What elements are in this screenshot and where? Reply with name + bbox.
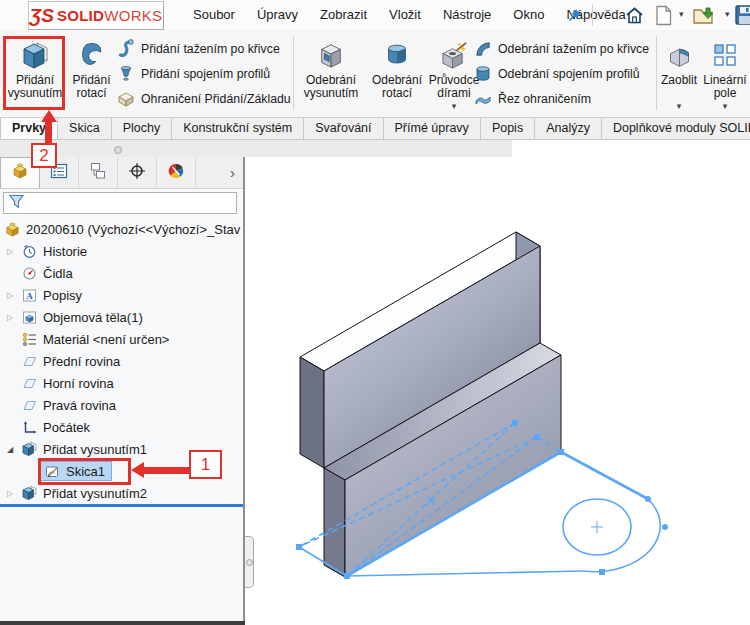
- swept-boss-button[interactable]: Přidání tažením po křivce: [115, 36, 292, 61]
- sketch-hidden-lines: [299, 423, 561, 576]
- lofted-cut-icon: [472, 65, 494, 83]
- boundary-boss-button[interactable]: Ohraničení Přidání/Základu: [115, 86, 292, 111]
- expand-caret-icon[interactable]: ▷: [0, 489, 20, 498]
- revolved-boss-button[interactable]: Přidání rotací: [69, 36, 114, 114]
- extruded-cut-button[interactable]: Odebrání vysunutím: [299, 36, 363, 114]
- linear-pattern-icon: [713, 36, 737, 74]
- annotation-arrow-left-shaft: [143, 467, 189, 474]
- button-label: Odebrání tažením po křivce: [498, 42, 649, 56]
- boss-commands-column: Přidání tažením po křivce Přidání spojen…: [115, 36, 292, 111]
- sensors-icon: [20, 266, 38, 281]
- ribbon-separator: [656, 36, 657, 110]
- panel-splitter-handle[interactable]: [114, 146, 122, 154]
- linear-pattern-button[interactable]: Lineární pole ▾: [701, 36, 749, 114]
- tree-item-prava-rovina[interactable]: Pravá rovina: [0, 394, 241, 416]
- expand-caret-icon[interactable]: ▷: [0, 291, 20, 300]
- tab-plochy[interactable]: Plochy: [112, 118, 173, 139]
- boundary-boss-icon: [115, 90, 137, 108]
- boundary-cut-icon: [472, 90, 494, 108]
- tree-item-label: Čidla: [43, 266, 73, 281]
- expand-caret-icon[interactable]: ◢: [0, 445, 20, 454]
- button-label-line: dírami: [437, 87, 470, 100]
- fillet-dropdown[interactable]: ▾: [677, 102, 682, 111]
- solidworks-logo: ƷS SOLIDWORKS: [28, 1, 164, 30]
- tree-item-objemova-tela[interactable]: ▷ Objemová těla(1): [0, 306, 241, 328]
- command-manager-ribbon: Přidání vysunutím Přidání rotací Přidání…: [0, 30, 750, 118]
- tree-splitter[interactable]: [0, 504, 243, 507]
- lofted-boss-button[interactable]: Přidání spojením profilů: [115, 61, 292, 86]
- sketch1-preview[interactable]: [296, 420, 668, 579]
- tab-popis[interactable]: Popis: [481, 118, 535, 139]
- displaymanager-tab[interactable]: [157, 157, 196, 188]
- button-label-line: Zaoblit: [661, 74, 697, 87]
- expand-caret-icon[interactable]: ▷: [0, 247, 20, 256]
- button-label-line: pole: [714, 87, 737, 100]
- configurationmanager-tab[interactable]: [79, 157, 118, 188]
- fillet-button[interactable]: Zaoblit ▾: [658, 36, 700, 114]
- annotation-arrow-up-shaft: [45, 121, 52, 144]
- tree-root-part[interactable]: 20200610 (Výchozí<<Výchozí>_Stav zob: [0, 218, 241, 240]
- swept-cut-icon: [472, 40, 494, 58]
- annotation-step-1: 1: [189, 450, 222, 479]
- panel-collapse-handle[interactable]: [245, 536, 254, 588]
- filter-funnel-icon: [8, 193, 25, 214]
- pin-menu-icon[interactable]: [562, 3, 586, 27]
- material-icon: [20, 332, 38, 347]
- boundary-cut-button[interactable]: Řez ohraničením: [472, 86, 655, 111]
- tab-doplnkove-moduly[interactable]: Doplňkové moduly SOLIDWORKS: [602, 118, 750, 139]
- sketch-profile-lines: [299, 452, 660, 577]
- menu-nastroje[interactable]: Nástroje: [432, 0, 502, 30]
- hole-wizard-button[interactable]: Průvodce dírami ▾: [430, 36, 478, 114]
- tree-item-label: Pravá rovina: [43, 398, 116, 413]
- tree-item-horni-rovina[interactable]: Horní rovina: [0, 372, 241, 394]
- menu-okno[interactable]: Okno: [502, 0, 555, 30]
- model-part[interactable]: [300, 232, 561, 577]
- collapse-dot-icon: [246, 559, 253, 566]
- panel-top-strip: [0, 140, 512, 157]
- tree-item-material[interactable]: Materiál <není určen>: [0, 328, 241, 350]
- open-document-button[interactable]: [692, 3, 716, 27]
- highlight-box-skica1: [38, 458, 131, 485]
- tab-konstrukcni-system[interactable]: Konstrukční systém: [172, 118, 304, 139]
- button-label: Ohraničení Přidání/Základu: [141, 92, 291, 106]
- tree-item-cidla[interactable]: Čidla: [0, 262, 241, 284]
- lofted-cut-button[interactable]: Odebrání spojením profilů: [472, 61, 655, 86]
- linear-pattern-dropdown[interactable]: ▾: [723, 102, 728, 111]
- boss-extrude-icon: [20, 441, 38, 457]
- tree-item-label: Horní rovina: [43, 376, 114, 391]
- new-document-dropdown[interactable]: ▾: [679, 9, 684, 19]
- tab-prime-upravy[interactable]: Přímé úpravy: [384, 118, 481, 139]
- menu-soubor[interactable]: Soubor: [182, 0, 246, 30]
- new-document-button[interactable]: [651, 3, 675, 27]
- open-document-dropdown[interactable]: ▾: [725, 9, 730, 19]
- tree-item-popisy[interactable]: ▷ A Popisy: [0, 284, 241, 306]
- tree-item-pocatek[interactable]: Počátek: [0, 416, 241, 438]
- bottom-edge-bar: [0, 621, 245, 625]
- tree-filter-input[interactable]: [3, 192, 237, 214]
- tab-analyzy[interactable]: Analýzy: [535, 118, 602, 139]
- home-button[interactable]: [622, 3, 646, 27]
- tree-item-label: Přidat vysunutím1: [43, 442, 147, 457]
- swept-cut-button[interactable]: Odebrání tažením po křivce: [472, 36, 655, 61]
- tab-skica[interactable]: Skica: [58, 118, 112, 139]
- menu-upravy[interactable]: Úpravy: [246, 0, 309, 30]
- save-button[interactable]: [733, 3, 750, 27]
- hole-wizard-dropdown[interactable]: ▾: [452, 102, 457, 111]
- tree-item-predni-rovina[interactable]: Přední rovina: [0, 350, 241, 372]
- menu-zobrazit[interactable]: Zobrazit: [309, 0, 378, 30]
- tab-svarovani[interactable]: Svařování: [304, 118, 383, 139]
- tree-item-label: Popisy: [43, 288, 82, 303]
- expand-caret-icon[interactable]: ▷: [0, 313, 20, 322]
- ds-logo-icon: ƷS: [30, 5, 54, 27]
- tree-item-historie[interactable]: ▷ Historie: [0, 240, 241, 262]
- menu-vlozit[interactable]: Vložit: [378, 0, 432, 30]
- boss-extrude-icon: [20, 485, 38, 501]
- panel-tabs-overflow[interactable]: ›: [196, 157, 243, 188]
- dimxpertmanager-tab[interactable]: [118, 157, 157, 188]
- button-label: Řez ohraničením: [498, 92, 591, 106]
- sketch-midpoint-marker: [425, 496, 437, 505]
- logo-text-light: WORKS: [104, 7, 162, 24]
- tree-item-pridat-vysunutim2[interactable]: ▷ Přidat vysunutím2: [0, 482, 241, 504]
- revolved-cut-button[interactable]: Odebrání rotací: [368, 36, 426, 114]
- part-icon: [3, 221, 21, 238]
